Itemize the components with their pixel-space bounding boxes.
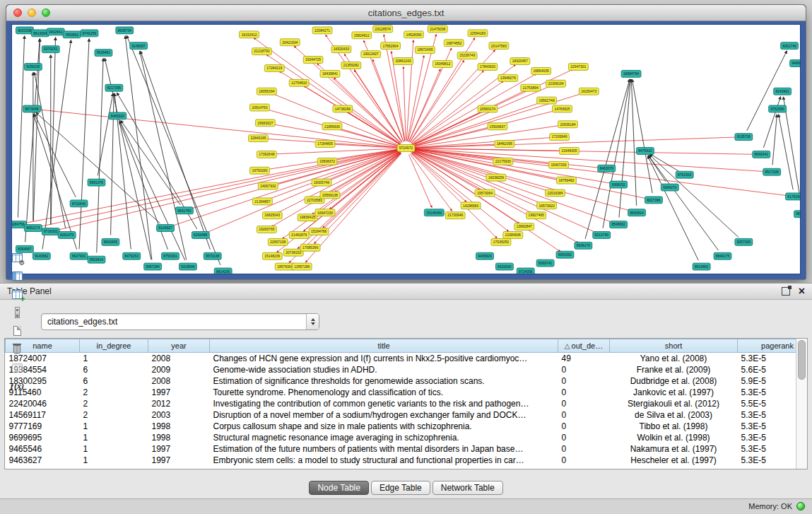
graph-node[interactable]: 18439841 (320, 70, 340, 77)
graph-node[interactable]: 8301746 (781, 42, 799, 49)
graph-node[interactable]: 16520433 (331, 46, 351, 53)
table-cell[interactable]: Wolkin et al. (1998) (610, 432, 738, 443)
table-cell[interactable]: 14569117 (6, 409, 80, 421)
graph-node[interactable]: 9081562 (556, 251, 574, 258)
table-cell[interactable]: Tourette syndrome. Phenomenology and cla… (210, 387, 558, 398)
graph-node[interactable]: 9370251 (42, 46, 59, 53)
graph-node[interactable]: 20147583 (489, 42, 509, 49)
graph-node[interactable]: 13948276 (498, 74, 518, 81)
table-cell[interactable]: 49 (558, 353, 610, 365)
graph-node[interactable]: 17085396 (300, 244, 320, 251)
citation-edge-red[interactable] (39, 150, 399, 227)
new-column-button[interactable] (7, 285, 27, 303)
graph-node[interactable]: 9570138 (204, 252, 221, 259)
table-mode-button[interactable] (7, 248, 27, 267)
graph-node[interactable]: 9213740 (593, 232, 611, 239)
graph-node[interactable]: 9581376 (88, 179, 105, 186)
graph-node[interactable]: 22594183 (468, 30, 488, 37)
graph-node[interactable]: 16947230 (315, 209, 335, 216)
graph-node[interactable]: 8936170 (575, 242, 592, 249)
table-cell[interactable]: 2008 (148, 353, 210, 365)
graph-node[interactable]: 15407293 (549, 161, 569, 168)
graph-node[interactable]: 9486035 (790, 60, 800, 67)
graph-node[interactable]: 20421934 (280, 39, 300, 46)
table-cell[interactable]: Disruption of a novel member of a sodium… (210, 409, 558, 421)
citation-edge-red[interactable] (404, 66, 406, 141)
graph-node[interactable]: 19562748 (537, 97, 557, 104)
graph-node[interactable]: 8217395 (105, 84, 123, 91)
window-titlebar[interactable]: citations_edges.txt (6, 5, 806, 21)
graph-node[interactable]: 22947301 (568, 64, 588, 71)
graph-node[interactable]: 14067932 (258, 182, 278, 189)
table-cell[interactable]: 9465546 (6, 443, 80, 455)
citation-edge-red[interactable] (283, 152, 401, 238)
graph-node[interactable]: 9503814 (88, 256, 105, 263)
table-cell[interactable]: 6 (80, 364, 148, 375)
table-cell[interactable]: 0 (558, 455, 610, 466)
graph-node[interactable]: 9623417 (794, 211, 800, 218)
graph-node[interactable]: 16152412 (240, 31, 259, 38)
table-cell[interactable]: 9699695 (6, 432, 80, 443)
graph-node[interactable]: 22657108 (268, 238, 288, 245)
table-cell[interactable]: 2 (80, 409, 148, 421)
memory-indicator-icon[interactable] (796, 502, 805, 510)
table-cell[interactable]: 1 (80, 432, 148, 443)
table-cell[interactable]: 9777169 (6, 421, 80, 432)
graph-node[interactable]: 21475038 (428, 25, 447, 33)
table-cell[interactable]: 0 (558, 387, 610, 398)
column-header-in_degree[interactable]: in_degree (80, 339, 148, 353)
table-row[interactable]: 1456911722003Disruption of a novel membe… (6, 409, 796, 421)
graph-node[interactable]: 8465920 (109, 112, 126, 119)
graph-node[interactable]: 9405829 (476, 252, 494, 259)
citation-edge-black[interactable] (585, 79, 630, 239)
citation-edge-red[interactable] (277, 151, 399, 213)
table-cell[interactable]: 5.3E-5 (738, 443, 796, 455)
table-cell[interactable]: 2 (80, 387, 148, 398)
graph-node[interactable]: 8369741 (536, 259, 554, 267)
hub-node[interactable]: 9724972 (397, 145, 415, 152)
rows-button[interactable] (7, 303, 27, 322)
graph-node[interactable]: 13957286 (292, 263, 312, 270)
graph-node[interactable]: 16825043 (262, 212, 282, 219)
table-row[interactable]: 969969511998Structural magnetic resonanc… (6, 432, 796, 443)
graph-node[interactable]: 14738296 (333, 105, 353, 112)
graph-node[interactable]: 8106927 (157, 225, 175, 232)
graph-node[interactable]: 13692847 (514, 223, 534, 230)
graph-node[interactable]: 7893562 (63, 31, 81, 38)
table-cell[interactable]: 2012 (148, 398, 210, 409)
new-document-button[interactable] (7, 322, 27, 340)
citation-edge-red[interactable] (413, 86, 551, 145)
graph-node[interactable]: 14528390 (404, 31, 424, 38)
graph-node[interactable]: 16573920 (537, 202, 557, 209)
citation-edge-red[interactable] (37, 110, 399, 148)
table-cell[interactable]: 2009 (148, 364, 210, 375)
graph-node[interactable]: 9067284 (144, 263, 162, 270)
table-cell[interactable]: 5.6E-5 (738, 364, 796, 375)
graph-node[interactable]: 22308194 (546, 80, 566, 87)
graph-node[interactable]: 17652904 (381, 42, 401, 49)
graph-node[interactable]: 16684794 (621, 70, 641, 77)
graph-node[interactable]: 9762580 (769, 105, 787, 112)
graph-node[interactable]: 17392648 (257, 151, 276, 158)
table-cell[interactable]: Corpus callosum shape and size in male p… (210, 421, 558, 432)
table-cell[interactable]: 1997 (148, 455, 210, 466)
table-cell[interactable]: 5.5E-5 (738, 398, 796, 409)
table-cell[interactable]: 1 (80, 421, 148, 432)
graph-node[interactable]: 14296583 (461, 202, 481, 209)
graph-node[interactable]: 19013427 (361, 51, 381, 58)
graph-node[interactable]: 8548062 (610, 221, 628, 228)
citation-edge-black[interactable] (34, 72, 65, 228)
table-cell[interactable]: Changes of HCN gene expression and I(f) … (210, 353, 558, 365)
column-header-year[interactable]: year (148, 339, 210, 353)
table-row[interactable]: 911546021997Tourette syndrome. Phenomeno… (6, 387, 796, 398)
graph-node[interactable]: 8293485 (192, 232, 209, 239)
table-cell[interactable]: 0 (558, 364, 610, 375)
graph-node[interactable]: 22016384 (546, 189, 565, 197)
graph-node[interactable]: 15926837 (488, 123, 507, 130)
zoom-window-button[interactable] (42, 8, 50, 17)
table-cell[interactable]: Investigating the contribution of common… (210, 398, 558, 409)
citation-edge-red[interactable] (413, 137, 738, 148)
table-cell[interactable]: Structural magnetic resonance image aver… (210, 432, 558, 443)
graph-node[interactable]: 9517208 (763, 168, 781, 175)
graph-node[interactable]: 8750391 (162, 252, 180, 259)
